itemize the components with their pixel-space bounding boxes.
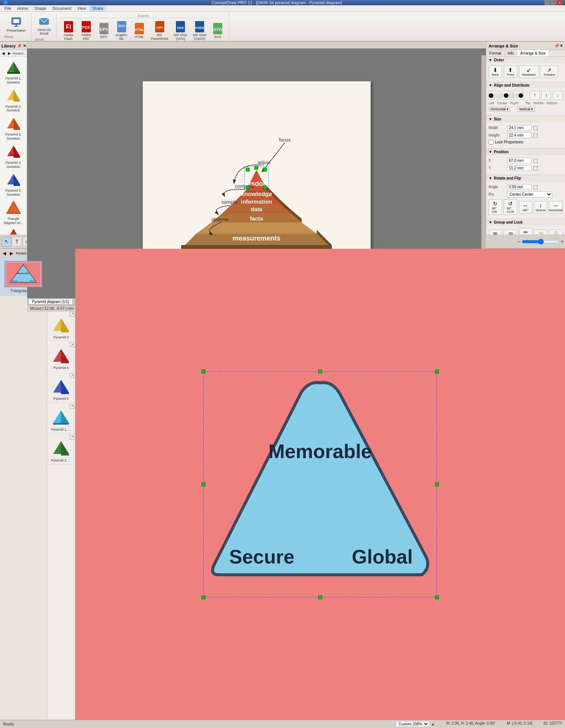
tab-info[interactable]: Info [505, 50, 518, 56]
tool-text[interactable]: T [12, 237, 22, 247]
order-header[interactable]: ▼Order [486, 57, 565, 63]
handle-bc[interactable] [318, 595, 322, 599]
lib-item-pyramid5-iso[interactable]: Pyramid 5,isometric [1, 171, 26, 198]
lib-item-pyramid4-iso[interactable]: Pyramid 4,isometric [1, 143, 26, 170]
panel-pin-btn[interactable]: 📌 [554, 44, 559, 48]
thumb-nav-forward[interactable]: ▶ [9, 251, 14, 256]
forward-btn[interactable]: ↗ Forward [541, 65, 558, 78]
width-input[interactable] [507, 125, 531, 131]
menu-view[interactable]: View [74, 5, 89, 11]
handle-ml[interactable] [202, 483, 205, 486]
lib-list-pyramid1-iso[interactable]: ↗ Pyramid 1, ... [47, 403, 75, 434]
svg-text:adjust: adjust [258, 160, 271, 165]
align-section: ▼Align and Distribute ⬤⬜ ⬜⬤⬜ ⬜⬤ ↑ ↕ ↓ Le… [486, 82, 565, 116]
zoom-expand-btn[interactable]: ▲ [431, 722, 435, 726]
align-header[interactable]: ▼Align and Distribute [486, 82, 565, 88]
zoom-out-btn[interactable]: − [518, 239, 520, 244]
lock-proportions-check[interactable] [489, 140, 493, 145]
minimize-button[interactable]: ─ [545, 0, 550, 5]
rotate-180-btn[interactable]: ↔ 180° [519, 201, 532, 213]
tab-format[interactable]: Format [486, 50, 505, 56]
angle-spinner[interactable]: ⬚ [533, 184, 538, 190]
ribbon-graphic-btn[interactable]: GFX Graphicfile [113, 19, 130, 42]
window-controls[interactable]: ─ □ ✕ [545, 0, 562, 5]
zoom-slider-bottom[interactable] [522, 239, 559, 245]
ribbon-email-btn[interactable]: Send viaEmail [35, 14, 53, 37]
lib-item-pyramid1-iso[interactable]: Pyramid 1,isometric [1, 58, 26, 86]
ribbon-svg-btn[interactable]: SVG SVG [209, 21, 226, 40]
ribbon-pdf-btn[interactable]: PDF AdobePDF [78, 19, 95, 42]
align-top-btn[interactable]: ↑ [530, 91, 540, 100]
triangle-diagram-container[interactable]: Memorable Secure Global [203, 372, 437, 597]
tool-select[interactable]: ↖ [2, 237, 11, 247]
align-middle-btn[interactable]: ↕ [541, 91, 551, 100]
flip-vertical-btn[interactable]: ↕ Vertical [534, 201, 547, 213]
lib-list-pyramid3[interactable]: ↗ Pyramid 3 [47, 311, 75, 341]
angle-input[interactable] [507, 184, 531, 190]
menu-shape[interactable]: Shape [31, 5, 49, 11]
handle-tc[interactable] [318, 370, 322, 373]
handle-tr[interactable] [435, 370, 439, 373]
position-header[interactable]: ▼Position [486, 149, 565, 155]
group-header[interactable]: ▼Group and Lock [486, 219, 565, 225]
ribbon-vsdx-btn[interactable]: VSDX MS Visio(VSDX) [191, 19, 208, 42]
ribbon-html-btn[interactable]: HTML HTML [131, 21, 148, 40]
handle-mr[interactable] [435, 483, 439, 486]
align-center-btn[interactable]: ⬜⬤⬜ [501, 91, 511, 100]
panel-close-btn[interactable]: ✕ [560, 44, 563, 48]
menu-home[interactable]: Home [14, 5, 31, 11]
y-input[interactable] [507, 165, 531, 171]
back-btn[interactable]: ⬇ Back [489, 65, 502, 78]
library-close-btn[interactable]: ✕ [23, 44, 26, 48]
size-header[interactable]: ▼Size [486, 116, 565, 122]
handle-bl[interactable] [202, 595, 205, 599]
menu-file[interactable]: File [2, 5, 14, 11]
align-bottom-btn[interactable]: ↓ [553, 91, 563, 100]
ribbon-flash-btn[interactable]: Fl AdobeFlash [60, 19, 77, 42]
height-input[interactable] [507, 133, 531, 138]
align-right-btn[interactable]: ⬜⬤ [513, 91, 523, 100]
maximize-button[interactable]: □ [551, 0, 556, 5]
ribbon-vdx-btn[interactable]: VDX MS Visio(VDX) [172, 19, 189, 42]
page-tab[interactable]: Pyramid diagram (1/1) [29, 299, 73, 305]
y-spinner[interactable]: ⬚ [533, 165, 538, 171]
height-spinner[interactable]: ⬚ [533, 132, 538, 138]
close-button[interactable]: ✕ [557, 0, 562, 5]
pin-select[interactable]: Center-Center Center Right Top Left [507, 191, 552, 198]
lib-list-pyramid4[interactable]: ↗ Pyramid 4 [47, 341, 75, 372]
ribbon-eps-btn[interactable]: EPS EPS [96, 21, 112, 40]
rotate-90ccw-btn[interactable]: ↺ 90° CCW [504, 199, 517, 215]
vertical-dropdown[interactable]: Vertical ▾ [517, 107, 535, 112]
library-pin-btn[interactable]: 📌 [17, 44, 21, 48]
canvas-area-bottom[interactable]: Memorable Secure Global [75, 249, 565, 720]
flip-horizontal-btn[interactable]: ↔ Horizontal [549, 201, 563, 213]
rotate-90cw-btn[interactable]: ↻ 90° CW [489, 199, 502, 215]
rotate-header[interactable]: ▼Rotate and Flip [486, 175, 565, 181]
thumb-nav-back[interactable]: ◀ [2, 251, 7, 256]
handle-br[interactable] [435, 595, 439, 599]
lib-nav-back[interactable]: ◀ [1, 51, 6, 55]
lib-list-pyramid5[interactable]: ↗ Pyramid 5 [47, 372, 75, 403]
backward-btn[interactable]: ↙ Backward [519, 65, 539, 78]
menu-document[interactable]: Document [49, 5, 74, 11]
menu-share[interactable]: Share [89, 5, 106, 11]
handle-tl[interactable] [202, 370, 205, 373]
lib-nav-forward[interactable]: ▶ [7, 51, 12, 55]
lib-item-triangle1[interactable]: Trianglediagram wi... [1, 199, 26, 226]
horizontal-dropdown[interactable]: Horizontal ▾ [489, 107, 510, 112]
lib-item-pyramid2-iso[interactable]: Pyramid 2,isometric [1, 87, 26, 114]
zoom-select-bottom[interactable]: Custom 208% 100% 150% 200% [396, 721, 429, 727]
x-input[interactable] [507, 158, 531, 163]
tab-arrange-size[interactable]: Arrange & Size [517, 50, 549, 56]
lib-item-pyramid3-iso[interactable]: Pyramid 3,isometric [1, 114, 26, 142]
ribbon-ppt-btn[interactable]: PPT MSPowerPoint [149, 19, 171, 42]
front-btn[interactable]: ⬆ Front [504, 65, 518, 78]
canvas-page-top[interactable]: wisdom knowledge information data facts … [143, 81, 371, 266]
pdf-label: AdobePDF [81, 33, 91, 41]
ribbon-presentation-btn[interactable]: Presentation [5, 15, 28, 34]
lib-list-pyramid2-iso[interactable]: ↗ Pyramid 2, ... [47, 434, 75, 465]
panel-header-controls[interactable]: 📌 ✕ [554, 44, 563, 48]
x-spinner[interactable]: ⬚ [533, 157, 538, 163]
zoom-in-btn[interactable]: + [561, 239, 563, 244]
width-spinner[interactable]: ⬚ [533, 125, 538, 131]
